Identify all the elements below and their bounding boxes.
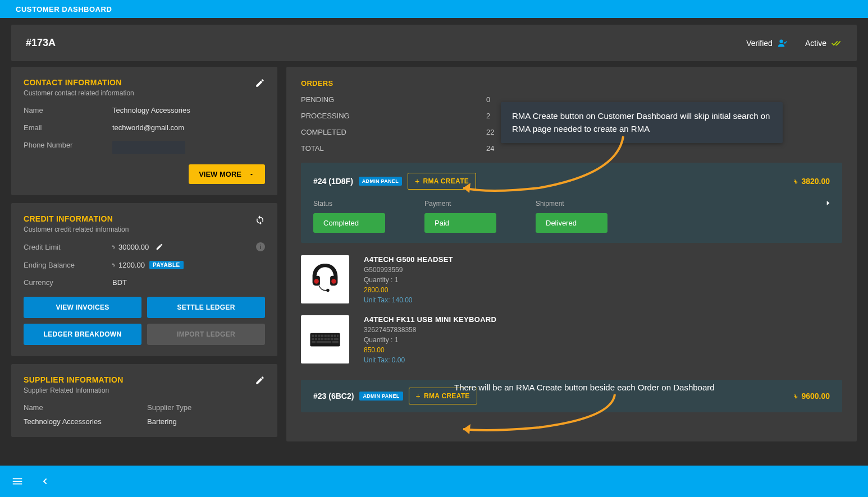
total-value: 24 <box>486 144 494 153</box>
svg-rect-13 <box>312 338 314 340</box>
item-sku: G500993559 <box>364 266 453 274</box>
bottom-bar <box>0 466 868 497</box>
item-price: 850.00 <box>364 346 496 354</box>
active-label: Active <box>805 39 826 48</box>
order-amount-value: 3820.00 <box>801 177 830 186</box>
svg-rect-19 <box>331 338 333 340</box>
credit-title: CREDIT INFORMATION <box>24 214 129 223</box>
customer-header: #173A Verified Active <box>11 25 857 61</box>
view-more-label: VIEW MORE <box>199 170 241 178</box>
svg-rect-16 <box>321 338 323 340</box>
customer-id: #173A <box>26 37 56 49</box>
order-line-item: A4TECH G500 HEADSET G500993559 Quantity … <box>301 250 842 310</box>
view-invoices-button[interactable]: VIEW INVOICES <box>24 297 141 318</box>
supplier-name-label: Name <box>24 403 147 412</box>
credit-panel: CREDIT INFORMATION Customer credit relat… <box>11 203 277 356</box>
edit-icon[interactable] <box>255 375 265 385</box>
page-title: CUSTOMER DASHBOARD <box>16 5 112 13</box>
product-thumbnail <box>301 315 349 363</box>
supplier-name-value: Technology Accessories <box>24 417 147 426</box>
item-qty: Quantity : 1 <box>364 336 496 344</box>
currency-label: Currency <box>24 278 112 287</box>
edit-icon[interactable] <box>156 243 163 251</box>
payable-badge: PAYABLE <box>149 261 184 269</box>
svg-rect-8 <box>325 335 327 337</box>
admin-panel-badge: ADMIN PANEL <box>359 392 403 401</box>
rma-create-label: RMA CREATE <box>423 177 469 185</box>
contact-title: CONTACT INFORMATION <box>24 78 134 87</box>
phone-input[interactable] <box>112 141 185 154</box>
svg-rect-9 <box>327 335 330 337</box>
plus-icon: + <box>415 177 419 186</box>
rma-create-button[interactable]: + RMA CREATE <box>408 173 476 190</box>
email-label: Email <box>24 123 112 132</box>
item-price: 2800.00 <box>364 286 453 294</box>
chevron-right-icon[interactable] <box>824 197 832 209</box>
currency-symbol: ৳ <box>794 177 797 186</box>
credit-limit-label: Credit Limit <box>24 243 112 251</box>
shipment-badge: Delivered <box>536 213 607 233</box>
pending-label: PENDING <box>301 95 486 104</box>
svg-rect-6 <box>318 335 320 337</box>
annotation-callout: There will be an RMA Create button besid… <box>443 374 789 402</box>
name-label: Name <box>24 106 112 114</box>
svg-rect-10 <box>331 335 333 337</box>
top-bar: CUSTOMER DASHBOARD <box>0 0 868 18</box>
ending-balance-label: Ending Balance <box>24 261 112 269</box>
verified-label: Verified <box>746 39 773 48</box>
order-line-item: A4TECH FK11 USB MINI KEYBOARD 3262745783… <box>301 310 842 370</box>
name-value: Technology Accessories <box>112 106 190 114</box>
settle-ledger-button[interactable]: SETTLE LEDGER <box>147 297 265 318</box>
svg-rect-23 <box>332 341 339 343</box>
status-badge: Completed <box>313 213 385 233</box>
svg-point-1 <box>331 279 336 283</box>
phone-label: Phone Number <box>24 141 112 154</box>
menu-icon[interactable] <box>11 475 24 487</box>
email-value: techworld@gmail.com <box>112 123 184 132</box>
svg-rect-22 <box>317 341 332 343</box>
svg-rect-15 <box>318 338 320 340</box>
supplier-type-value: Bartering <box>147 417 177 426</box>
orders-title: ORDERS <box>301 79 842 88</box>
contact-subtitle: Customer contact related information <box>24 89 134 97</box>
supplier-subtitle: Supplier Related Information <box>24 386 124 394</box>
order-amount-value: 9600.00 <box>801 392 830 401</box>
annotation-callout: RMA Create button on Customer Dashboard … <box>501 102 783 143</box>
completed-label: COMPLETED <box>301 128 486 136</box>
svg-rect-18 <box>327 338 330 340</box>
chevron-down-icon <box>248 171 255 178</box>
currency-symbol: ৳ <box>112 260 115 269</box>
admin-panel-badge: ADMIN PANEL <box>359 177 402 186</box>
status-label: Status <box>313 200 385 208</box>
supplier-panel: SUPPLIER INFORMATION Supplier Related In… <box>11 364 277 437</box>
plus-icon: + <box>416 392 421 401</box>
edit-icon[interactable] <box>255 78 265 88</box>
svg-rect-7 <box>321 335 323 337</box>
item-name: A4TECH FK11 USB MINI KEYBOARD <box>364 315 496 324</box>
currency-symbol: ৳ <box>794 392 797 401</box>
refresh-icon[interactable] <box>255 214 265 224</box>
currency-value: BDT <box>112 278 127 287</box>
order-id: #24 (1D8F) <box>313 177 353 186</box>
ledger-breakdown-button[interactable]: LEDGER BREAKDOWN <box>24 324 141 345</box>
pending-value: 0 <box>486 95 490 104</box>
back-icon[interactable] <box>40 475 49 487</box>
svg-rect-17 <box>325 338 327 340</box>
processing-value: 2 <box>486 112 490 120</box>
payment-badge: Paid <box>424 213 496 233</box>
supplier-title: SUPPLIER INFORMATION <box>24 375 124 384</box>
info-icon[interactable]: i <box>256 242 265 251</box>
completed-value: 22 <box>486 128 494 136</box>
credit-limit-value: 30000.00 <box>118 243 149 251</box>
svg-point-0 <box>314 279 318 283</box>
item-qty: Quantity : 1 <box>364 276 453 284</box>
import-ledger-button: IMPORT LEDGER <box>147 324 265 345</box>
double-check-icon <box>831 39 842 47</box>
credit-subtitle: Customer credit related information <box>24 226 129 233</box>
item-tax: Unit Tax: 0.00 <box>364 356 496 364</box>
order-card: #24 (1D8F) ADMIN PANEL + RMA CREATE ৳ 38… <box>301 163 842 243</box>
contact-panel: CONTACT INFORMATION Customer contact rel… <box>11 67 277 195</box>
currency-symbol: ৳ <box>112 242 115 251</box>
svg-rect-21 <box>312 341 316 343</box>
view-more-button[interactable]: VIEW MORE <box>189 164 265 184</box>
